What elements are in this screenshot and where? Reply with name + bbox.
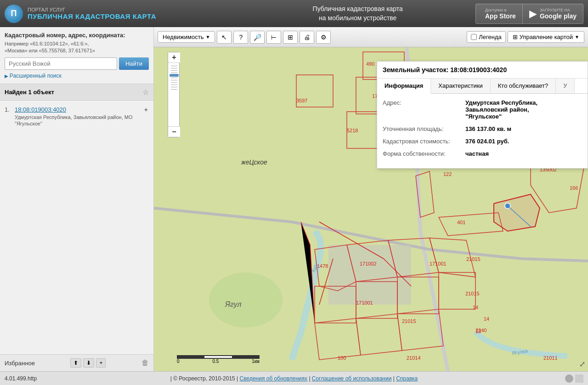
property-type-label: Недвижимость: [163, 34, 204, 40]
zoom-control: + −: [168, 52, 180, 137]
tab-service[interactable]: Кто обслуживает?: [491, 79, 556, 93]
svg-text:жеЦское: жеЦское: [241, 159, 267, 166]
address-field-label: Адрес:: [383, 99, 465, 106]
search-input[interactable]: [5, 57, 117, 70]
footer-version: 4.01.499.http: [5, 375, 149, 382]
tab-characteristics[interactable]: Характеристики: [431, 79, 490, 93]
footer-icon-2: [575, 374, 583, 383]
scale-numbers: 0 0.5 1км: [177, 359, 260, 364]
portal-subtitle: ПУБЛИЧНАЯ КАДАСТРОВАЯ КАРТА: [28, 12, 156, 20]
cadastral-value-label: Кадастровая стоимость:: [383, 138, 465, 145]
footer-link1[interactable]: Сведения об обновлениях: [240, 375, 308, 382]
area-field-value: 136 137.00 кв. м: [465, 125, 582, 132]
footer-right: [439, 374, 583, 383]
app-store-button[interactable]: Доступно в App Store: [475, 4, 523, 24]
popup-row-area: Уточненная площадь: 136 137.00 кв. м: [383, 125, 582, 132]
area-field-label: Уточненная площадь:: [383, 125, 465, 132]
zoom-slider[interactable]: [168, 62, 180, 127]
svg-text:21015: 21015: [465, 291, 480, 296]
print-button[interactable]: 🖨: [300, 31, 314, 44]
favorites-label: Избранное: [5, 360, 35, 367]
ownership-field-label: Форма собственности:: [383, 150, 465, 157]
popup-row-address: Адрес: Удмуртская Республика,Завьяловски…: [383, 99, 582, 120]
svg-text:1478: 1478: [317, 263, 328, 269]
map-area[interactable]: жеЦское Ягул Русский Вожой 490 1788 3012…: [154, 47, 588, 371]
search-label: Кадастровый номер, адрес, координата:: [5, 32, 149, 39]
favorites-delete-icon[interactable]: 🗑: [141, 359, 149, 367]
pin-icon[interactable]: ✦: [143, 106, 149, 113]
popup-tabs: Информация Характеристики Кто обслуживае…: [377, 79, 588, 94]
bookmark-icon[interactable]: ☆: [142, 88, 149, 96]
favorites-export-button[interactable]: ⬇: [83, 358, 94, 368]
search-button[interactable]: Найти: [119, 57, 149, 70]
google-play-label: Google play: [540, 12, 577, 20]
footer-copyright: | © Росреестр, 2010-2015 |: [170, 375, 238, 382]
favorites-import-button[interactable]: ⬆: [70, 358, 81, 368]
search-hint: Например «61:6:10104:12», «61:6:»,«Москв…: [5, 40, 149, 55]
measure-tool-button[interactable]: ⊢: [266, 31, 281, 44]
list-item: 1. 18:08:019003:4020 Удмуртская Республи…: [0, 103, 153, 130]
svg-text:171002: 171002: [360, 261, 377, 266]
result-number: 1.: [5, 106, 12, 113]
portal-title: ПОРТАЛ УСЛУГ: [28, 7, 156, 12]
footer-icon-1: [565, 374, 573, 383]
google-play-sublabel: ЗАГРУЗИТЕ НА: [540, 8, 577, 12]
favorites-controls: ⬆ ⬇ +: [70, 358, 106, 368]
header-right: Доступно в App Store ▶ ЗАГРУЗИТЕ НА Goog…: [475, 4, 583, 24]
left-panel: Кадастровый номер, адрес, координата: На…: [0, 27, 154, 371]
legend-button[interactable]: Легенда: [467, 31, 505, 43]
zoom-in-button[interactable]: +: [168, 52, 180, 62]
logo-icon: П: [5, 5, 23, 23]
favorites-add-button[interactable]: +: [96, 358, 106, 368]
info-popup: Земельный участок: 18:08:019003:4020 Инф…: [377, 61, 588, 169]
settings-button[interactable]: ⚙: [316, 31, 331, 44]
toolbar: Недвижимость ▼ ↖ ? 🔎 ⊢ ⊞ 🖨 ⚙ Легенда ⊞ У…: [154, 27, 588, 47]
legend-checkbox[interactable]: [471, 34, 477, 40]
svg-text:Ягул: Ягул: [225, 300, 242, 308]
results-count: Найден 1 объект: [5, 89, 54, 96]
question-tool-button[interactable]: ?: [233, 31, 248, 44]
results-list: 1. 18:08:019003:4020 Удмуртская Республи…: [0, 101, 153, 354]
cursor-tool-button[interactable]: ↖: [217, 31, 232, 44]
svg-text:21015: 21015: [402, 318, 416, 324]
address-field-value: Удмуртская Республика,Завьяловский район…: [465, 99, 582, 120]
svg-text:3597: 3597: [296, 98, 307, 103]
popup-content: Адрес: Удмуртская Республика,Завьяловски…: [377, 94, 588, 168]
layers-button[interactable]: ⊞: [283, 31, 298, 44]
property-type-dropdown[interactable]: Недвижимость ▼: [158, 31, 215, 43]
svg-text:21015: 21015: [466, 256, 481, 262]
expand-icon[interactable]: ⤢: [579, 360, 585, 368]
manage-map-label: Управление картой: [520, 34, 573, 40]
tab-information[interactable]: Информация: [377, 79, 431, 94]
favorites-bar: Избранное ⬆ ⬇ + 🗑: [0, 354, 153, 371]
chevron-down-icon: ▼: [575, 34, 579, 40]
svg-rect-1: [328, 245, 411, 305]
header-line2: на мобильном устройстве: [240, 14, 476, 23]
portal-text: ПОРТАЛ УСЛУГ ПУБЛИЧНАЯ КАДАСТРОВАЯ КАРТА: [28, 7, 156, 20]
result-link[interactable]: 18:08:019003:4020: [15, 106, 141, 113]
svg-text:171001: 171001: [356, 300, 373, 306]
scale-bar: 0 0.5 1км: [177, 353, 260, 364]
popup-row-ownership: Форма собственности: частная: [383, 150, 582, 157]
svg-text:171001: 171001: [430, 261, 447, 266]
google-play-button[interactable]: ▶ ЗАГРУЗИТЕ НА Google play: [523, 4, 583, 24]
result-address: Удмуртская Республика, Завьяловский райо…: [15, 114, 141, 127]
advanced-search-link[interactable]: Расширенный поиск: [5, 73, 149, 79]
scale-label-0: 0: [177, 359, 180, 364]
footer-link2[interactable]: Соглашение об использовании: [312, 375, 392, 382]
popup-title: Земельный участок: 18:08:019003:4020: [377, 62, 588, 79]
info-tool-button[interactable]: 🔎: [250, 31, 265, 44]
svg-text:401: 401: [457, 220, 465, 225]
tab-more[interactable]: У: [556, 79, 575, 93]
cadastral-value-value: 376 024.01 руб.: [465, 138, 582, 145]
zoom-out-button[interactable]: −: [168, 127, 180, 137]
manage-map-button[interactable]: ⊞ Управление картой ▼: [508, 31, 584, 43]
grid-icon: ⊞: [513, 34, 518, 40]
scale-label-05: 0.5: [212, 359, 219, 364]
zoom-handle[interactable]: [170, 74, 179, 77]
svg-text:166: 166: [570, 185, 578, 191]
svg-text:13: 13: [475, 328, 481, 334]
footer-link3[interactable]: Справка: [396, 375, 418, 382]
svg-text:21014: 21014: [407, 355, 421, 361]
svg-text:14: 14: [473, 305, 478, 310]
